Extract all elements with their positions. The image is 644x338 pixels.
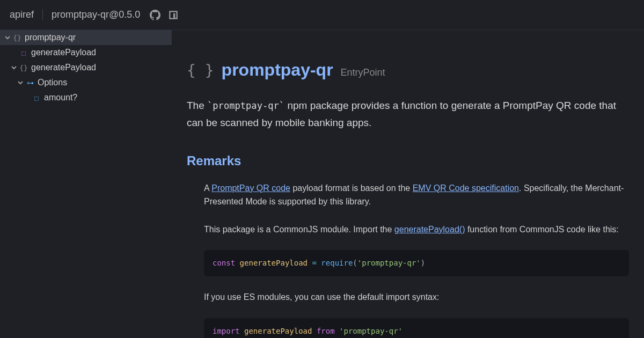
page-kind-label: EntryPoint [341, 67, 385, 78]
ns-icon: {} [19, 63, 28, 72]
identifier: generatePayload [240, 259, 308, 267]
prop-icon: ⬚ [32, 93, 41, 102]
sidebar-item-label: amount? [44, 93, 77, 102]
text: This package is a CommonJS module. Impor… [204, 225, 394, 234]
desc-text: The [187, 100, 207, 111]
text: function from CommonJS code like this: [465, 225, 618, 234]
chevron-down-icon [23, 93, 31, 102]
page-description: The `promptpay-qr` npm package provides … [187, 97, 629, 132]
namespace-icon: { } [187, 62, 214, 79]
sidebar-item-promptpay-qr[interactable]: {}promptpay-qr [0, 30, 172, 45]
sidebar: {}promptpay-qr⬚generatePayload{}generate… [0, 30, 172, 338]
inline-code: `promptpay-qr` [207, 100, 284, 111]
string: 'promptpay-qr' [339, 327, 402, 335]
promptpay-qr-code-link[interactable]: PromptPay QR code [211, 183, 290, 193]
keyword: import [213, 327, 240, 335]
remarks-paragraph: This package is a CommonJS module. Impor… [204, 223, 629, 237]
remarks-paragraph: A PromptPay QR code payload format is ba… [204, 181, 629, 209]
remarks-body: A PromptPay QR code payload format is ba… [187, 181, 629, 338]
chevron-down-icon[interactable] [3, 33, 12, 42]
header: apiref promptpay-qr@0.5.0 [0, 0, 644, 30]
remarks-heading: Remarks [187, 153, 629, 168]
operator: = [312, 259, 316, 267]
npm-icon[interactable] [167, 9, 180, 21]
keyword: from [317, 327, 335, 335]
punct: ( [353, 259, 357, 267]
main-content: { } promptpay-qr EntryPoint The `promptp… [172, 30, 644, 338]
punct: ) [421, 259, 425, 267]
type-icon: ⊶ [26, 78, 34, 87]
brand-name[interactable]: apiref [10, 9, 43, 20]
page-title-row: { } promptpay-qr EntryPoint [187, 60, 629, 80]
chevron-down-icon[interactable] [10, 63, 18, 72]
sidebar-item-label: Options [38, 78, 67, 87]
sidebar-item-generatepayload[interactable]: ⬚generatePayload [0, 45, 172, 60]
text: payload format is based on the [290, 183, 413, 193]
fn-icon: ⬚ [19, 48, 28, 57]
github-icon[interactable] [149, 9, 162, 21]
sidebar-item-label: generatePayload [31, 48, 96, 57]
remarks-paragraph: If you use ES modules, you can use the d… [204, 290, 629, 304]
page-title: promptpay-qr [222, 60, 333, 80]
chevron-down-icon [10, 48, 18, 57]
sidebar-item-options[interactable]: ⊶Options [0, 75, 172, 90]
sidebar-item-generatepayload[interactable]: {}generatePayload [0, 60, 172, 75]
code-block-esm: import generatePayload from 'promptpay-q… [204, 318, 629, 338]
identifier: generatePayload [244, 327, 312, 335]
text: A [204, 183, 211, 193]
package-name[interactable]: promptpay-qr@0.5.0 [52, 9, 140, 20]
fn-call: require [321, 259, 353, 267]
sidebar-item-amount-[interactable]: ⬚amount? [0, 90, 172, 105]
keyword: const [213, 259, 235, 267]
sidebar-item-label: generatePayload [31, 63, 96, 72]
generate-payload-link[interactable]: generatePayload() [394, 225, 465, 234]
sidebar-item-label: promptpay-qr [25, 33, 76, 42]
ns-icon: {} [13, 33, 21, 42]
emv-spec-link[interactable]: EMV QR Code specification [413, 183, 519, 193]
string: 'promptpay-qr' [357, 259, 421, 267]
chevron-down-icon[interactable] [16, 78, 25, 87]
code-block-cjs: const generatePayload = require('promptp… [204, 250, 629, 276]
